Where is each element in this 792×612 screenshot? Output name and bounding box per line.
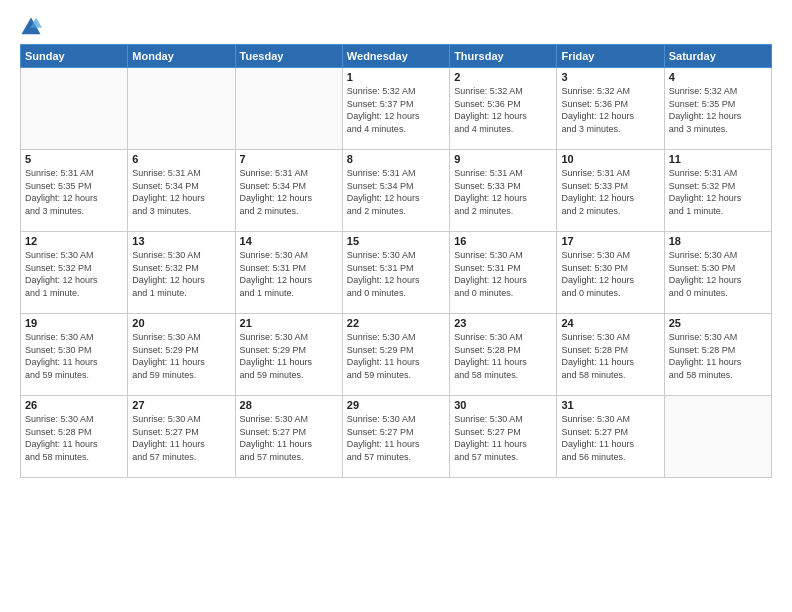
day-info: Sunrise: 5:31 AM Sunset: 5:35 PM Dayligh… [25, 167, 123, 217]
calendar-cell: 31Sunrise: 5:30 AM Sunset: 5:27 PM Dayli… [557, 396, 664, 478]
calendar-cell: 27Sunrise: 5:30 AM Sunset: 5:27 PM Dayli… [128, 396, 235, 478]
calendar-cell: 26Sunrise: 5:30 AM Sunset: 5:28 PM Dayli… [21, 396, 128, 478]
weekday-sunday: Sunday [21, 45, 128, 68]
calendar-cell: 21Sunrise: 5:30 AM Sunset: 5:29 PM Dayli… [235, 314, 342, 396]
header [20, 16, 772, 38]
day-info: Sunrise: 5:30 AM Sunset: 5:29 PM Dayligh… [240, 331, 338, 381]
page: SundayMondayTuesdayWednesdayThursdayFrid… [0, 0, 792, 612]
calendar-cell: 17Sunrise: 5:30 AM Sunset: 5:30 PM Dayli… [557, 232, 664, 314]
calendar-row-2: 12Sunrise: 5:30 AM Sunset: 5:32 PM Dayli… [21, 232, 772, 314]
day-info: Sunrise: 5:30 AM Sunset: 5:28 PM Dayligh… [561, 331, 659, 381]
day-number: 10 [561, 153, 659, 165]
calendar-cell: 12Sunrise: 5:30 AM Sunset: 5:32 PM Dayli… [21, 232, 128, 314]
calendar-cell: 13Sunrise: 5:30 AM Sunset: 5:32 PM Dayli… [128, 232, 235, 314]
calendar-cell: 8Sunrise: 5:31 AM Sunset: 5:34 PM Daylig… [342, 150, 449, 232]
calendar-cell: 20Sunrise: 5:30 AM Sunset: 5:29 PM Dayli… [128, 314, 235, 396]
day-info: Sunrise: 5:30 AM Sunset: 5:30 PM Dayligh… [561, 249, 659, 299]
weekday-monday: Monday [128, 45, 235, 68]
day-number: 31 [561, 399, 659, 411]
day-number: 6 [132, 153, 230, 165]
day-number: 3 [561, 71, 659, 83]
calendar-cell: 19Sunrise: 5:30 AM Sunset: 5:30 PM Dayli… [21, 314, 128, 396]
day-number: 9 [454, 153, 552, 165]
calendar-cell [235, 68, 342, 150]
calendar-cell: 15Sunrise: 5:30 AM Sunset: 5:31 PM Dayli… [342, 232, 449, 314]
calendar-cell: 30Sunrise: 5:30 AM Sunset: 5:27 PM Dayli… [450, 396, 557, 478]
calendar-cell: 24Sunrise: 5:30 AM Sunset: 5:28 PM Dayli… [557, 314, 664, 396]
day-info: Sunrise: 5:30 AM Sunset: 5:27 PM Dayligh… [240, 413, 338, 463]
calendar-cell: 22Sunrise: 5:30 AM Sunset: 5:29 PM Dayli… [342, 314, 449, 396]
day-number: 30 [454, 399, 552, 411]
calendar-cell: 5Sunrise: 5:31 AM Sunset: 5:35 PM Daylig… [21, 150, 128, 232]
calendar-row-4: 26Sunrise: 5:30 AM Sunset: 5:28 PM Dayli… [21, 396, 772, 478]
day-info: Sunrise: 5:32 AM Sunset: 5:36 PM Dayligh… [561, 85, 659, 135]
calendar-cell: 3Sunrise: 5:32 AM Sunset: 5:36 PM Daylig… [557, 68, 664, 150]
logo [20, 16, 46, 38]
day-number: 16 [454, 235, 552, 247]
day-number: 4 [669, 71, 767, 83]
day-number: 19 [25, 317, 123, 329]
day-info: Sunrise: 5:30 AM Sunset: 5:32 PM Dayligh… [25, 249, 123, 299]
day-info: Sunrise: 5:30 AM Sunset: 5:27 PM Dayligh… [561, 413, 659, 463]
day-number: 17 [561, 235, 659, 247]
day-info: Sunrise: 5:30 AM Sunset: 5:28 PM Dayligh… [669, 331, 767, 381]
calendar-cell [21, 68, 128, 150]
calendar-row-1: 5Sunrise: 5:31 AM Sunset: 5:35 PM Daylig… [21, 150, 772, 232]
day-number: 23 [454, 317, 552, 329]
calendar-cell: 11Sunrise: 5:31 AM Sunset: 5:32 PM Dayli… [664, 150, 771, 232]
weekday-wednesday: Wednesday [342, 45, 449, 68]
day-info: Sunrise: 5:30 AM Sunset: 5:29 PM Dayligh… [132, 331, 230, 381]
calendar-row-0: 1Sunrise: 5:32 AM Sunset: 5:37 PM Daylig… [21, 68, 772, 150]
day-info: Sunrise: 5:31 AM Sunset: 5:34 PM Dayligh… [240, 167, 338, 217]
calendar-cell: 1Sunrise: 5:32 AM Sunset: 5:37 PM Daylig… [342, 68, 449, 150]
day-number: 5 [25, 153, 123, 165]
weekday-header-row: SundayMondayTuesdayWednesdayThursdayFrid… [21, 45, 772, 68]
day-info: Sunrise: 5:30 AM Sunset: 5:30 PM Dayligh… [669, 249, 767, 299]
day-info: Sunrise: 5:32 AM Sunset: 5:37 PM Dayligh… [347, 85, 445, 135]
day-info: Sunrise: 5:30 AM Sunset: 5:27 PM Dayligh… [132, 413, 230, 463]
day-info: Sunrise: 5:32 AM Sunset: 5:36 PM Dayligh… [454, 85, 552, 135]
calendar-cell: 16Sunrise: 5:30 AM Sunset: 5:31 PM Dayli… [450, 232, 557, 314]
calendar-cell: 18Sunrise: 5:30 AM Sunset: 5:30 PM Dayli… [664, 232, 771, 314]
day-number: 12 [25, 235, 123, 247]
logo-icon [20, 16, 42, 38]
day-number: 11 [669, 153, 767, 165]
calendar-cell: 23Sunrise: 5:30 AM Sunset: 5:28 PM Dayli… [450, 314, 557, 396]
day-number: 22 [347, 317, 445, 329]
day-number: 21 [240, 317, 338, 329]
day-info: Sunrise: 5:30 AM Sunset: 5:27 PM Dayligh… [347, 413, 445, 463]
calendar-row-3: 19Sunrise: 5:30 AM Sunset: 5:30 PM Dayli… [21, 314, 772, 396]
calendar-cell: 7Sunrise: 5:31 AM Sunset: 5:34 PM Daylig… [235, 150, 342, 232]
day-info: Sunrise: 5:30 AM Sunset: 5:31 PM Dayligh… [240, 249, 338, 299]
calendar-cell: 25Sunrise: 5:30 AM Sunset: 5:28 PM Dayli… [664, 314, 771, 396]
day-number: 7 [240, 153, 338, 165]
calendar-cell [664, 396, 771, 478]
day-number: 14 [240, 235, 338, 247]
weekday-saturday: Saturday [664, 45, 771, 68]
day-info: Sunrise: 5:30 AM Sunset: 5:28 PM Dayligh… [454, 331, 552, 381]
day-info: Sunrise: 5:31 AM Sunset: 5:32 PM Dayligh… [669, 167, 767, 217]
weekday-friday: Friday [557, 45, 664, 68]
day-info: Sunrise: 5:30 AM Sunset: 5:32 PM Dayligh… [132, 249, 230, 299]
day-number: 13 [132, 235, 230, 247]
day-info: Sunrise: 5:30 AM Sunset: 5:31 PM Dayligh… [347, 249, 445, 299]
day-number: 2 [454, 71, 552, 83]
day-info: Sunrise: 5:31 AM Sunset: 5:34 PM Dayligh… [132, 167, 230, 217]
day-number: 28 [240, 399, 338, 411]
day-info: Sunrise: 5:30 AM Sunset: 5:27 PM Dayligh… [454, 413, 552, 463]
day-number: 24 [561, 317, 659, 329]
day-number: 20 [132, 317, 230, 329]
calendar-table: SundayMondayTuesdayWednesdayThursdayFrid… [20, 44, 772, 478]
day-info: Sunrise: 5:31 AM Sunset: 5:33 PM Dayligh… [561, 167, 659, 217]
calendar-cell: 29Sunrise: 5:30 AM Sunset: 5:27 PM Dayli… [342, 396, 449, 478]
day-info: Sunrise: 5:31 AM Sunset: 5:34 PM Dayligh… [347, 167, 445, 217]
day-number: 18 [669, 235, 767, 247]
calendar-cell: 6Sunrise: 5:31 AM Sunset: 5:34 PM Daylig… [128, 150, 235, 232]
day-info: Sunrise: 5:30 AM Sunset: 5:28 PM Dayligh… [25, 413, 123, 463]
calendar-cell: 9Sunrise: 5:31 AM Sunset: 5:33 PM Daylig… [450, 150, 557, 232]
day-number: 27 [132, 399, 230, 411]
calendar-cell [128, 68, 235, 150]
day-number: 29 [347, 399, 445, 411]
weekday-thursday: Thursday [450, 45, 557, 68]
day-info: Sunrise: 5:31 AM Sunset: 5:33 PM Dayligh… [454, 167, 552, 217]
